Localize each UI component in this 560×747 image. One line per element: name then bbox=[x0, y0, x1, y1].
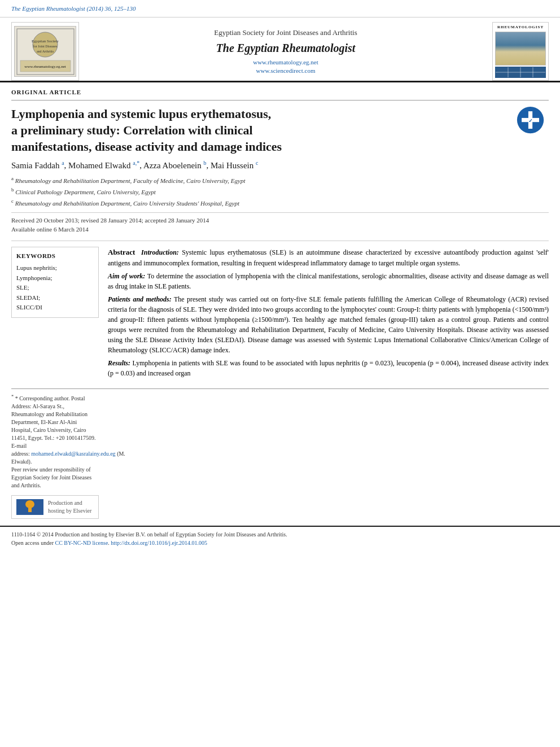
svg-text:✓: ✓ bbox=[528, 118, 532, 124]
svg-rect-19 bbox=[28, 508, 32, 512]
society-logo-image: Egyptian Society for Joint Diseases and … bbox=[14, 26, 76, 77]
affiliation-c: c Rheumatology and Rehabilitation Depart… bbox=[11, 198, 549, 208]
keyword-2: Lymphopenia; bbox=[16, 274, 94, 282]
rheumatologist-label: RHEUMATOLOGIST bbox=[497, 25, 544, 30]
journal-urls: www.rheumatology.eg.net www.sciencedirec… bbox=[86, 58, 485, 76]
footnote-left: * * Corresponding author. Postal Address… bbox=[11, 394, 99, 519]
right-column-abstract: Abstract Introduction: Systemic lupus er… bbox=[108, 247, 549, 382]
cc-license-link[interactable]: CC BY-NC-ND license bbox=[55, 540, 108, 546]
article-title: Lymphopenia and systemic lupus erythemat… bbox=[11, 106, 549, 155]
title-text: Lymphopenia and systemic lupus erythemat… bbox=[11, 107, 282, 153]
keyword-1: Lupus nephritis; bbox=[16, 264, 94, 272]
abstract-intro: Abstract Introduction: Systemic lupus er… bbox=[108, 247, 549, 268]
affiliation-a: a Rheumatology and Rehabilitation Depart… bbox=[11, 175, 549, 185]
keyword-3: SLE; bbox=[16, 283, 94, 292]
footnote-corresponding: * * Corresponding author. Postal Address… bbox=[11, 394, 99, 490]
elsevier-text: Production and hosting by Elsevier bbox=[48, 499, 94, 515]
elsevier-logo bbox=[16, 499, 43, 515]
footnote-section: * * Corresponding author. Postal Address… bbox=[11, 388, 549, 519]
abstract-body: Abstract Introduction: Systemic lupus er… bbox=[108, 247, 549, 378]
keywords-title: KEYWORDS bbox=[16, 252, 94, 260]
authors-line: Samia Faddah a, Mohamed Elwakd a,*, Azza… bbox=[11, 159, 549, 172]
copyright-line: 1110-1164 © 2014 Production and hosting … bbox=[11, 530, 549, 547]
svg-point-18 bbox=[25, 500, 34, 508]
svg-text:and Arthritis: and Arthritis bbox=[36, 50, 54, 53]
footnote-email[interactable]: mohamed.elwakd@kasralainy.edu.eg bbox=[31, 451, 115, 457]
journal-header: Egyptian Society for Joint Diseases and … bbox=[0, 18, 560, 82]
abstract-patients-methods: Patients and methods: The present study … bbox=[108, 294, 549, 355]
abstract-aim: Aim of work: To determine the associatio… bbox=[108, 271, 549, 291]
elsevier-box: Production and hosting by Elsevier bbox=[11, 495, 99, 519]
keyword-4: SLEDAI; bbox=[16, 294, 94, 302]
right-journal-image bbox=[495, 32, 546, 65]
abstract-results: Results: Lymphopenia in patients with SL… bbox=[108, 358, 549, 378]
received-dates: Received 20 October 2013; revised 28 Jan… bbox=[11, 212, 549, 234]
date-line1: Received 20 October 2013; revised 28 Jan… bbox=[11, 216, 549, 225]
affiliations: a Rheumatology and Rehabilitation Depart… bbox=[11, 175, 549, 208]
society-name: Egyptian Society for Joint Diseases and … bbox=[86, 28, 485, 38]
journal-title: The Egyptian Rheumatologist bbox=[86, 40, 485, 56]
article-type: ORIGINAL ARTICLE bbox=[11, 82, 549, 101]
left-column: KEYWORDS Lupus nephritis; Lymphopenia; S… bbox=[11, 247, 99, 382]
affiliation-b: b Clinical Pathology Department, Cairo U… bbox=[11, 186, 549, 196]
journal-ref-text: The Egyptian Rheumatologist (2014) 36, 1… bbox=[11, 5, 136, 12]
keywords-box: KEYWORDS Lupus nephritis; Lymphopenia; S… bbox=[11, 247, 99, 318]
journal-header-center: Egyptian Society for Joint Diseases and … bbox=[86, 22, 485, 81]
keyword-5: SLICC/DI bbox=[16, 303, 94, 312]
url2[interactable]: www.sciencedirect.com bbox=[86, 67, 485, 75]
date-line2: Available online 6 March 2014 bbox=[11, 225, 549, 234]
svg-text:www.rheumatology.eg.net: www.rheumatology.eg.net bbox=[24, 64, 66, 69]
main-content: ORIGINAL ARTICLE Lymphopenia and systemi… bbox=[0, 82, 560, 519]
journal-logo-right: RHEUMATOLOGIST bbox=[492, 22, 549, 81]
doi-link[interactable]: http://dx.doi.org/10.1016/j.ejr.2014.01.… bbox=[111, 540, 207, 546]
journal-reference: The Egyptian Rheumatologist (2014) 36, 1… bbox=[0, 0, 560, 18]
bottom-bar: 1110-1164 © 2014 Production and hosting … bbox=[0, 526, 560, 551]
journal-logo-left: Egyptian Society for Joint Diseases and … bbox=[11, 22, 79, 81]
right-table-graphic bbox=[495, 67, 546, 78]
crossmark-badge[interactable]: ✓ bbox=[512, 106, 549, 134]
svg-text:for Joint Diseases: for Joint Diseases bbox=[33, 45, 57, 48]
url1[interactable]: www.rheumatology.eg.net bbox=[86, 58, 485, 67]
two-column-layout: KEYWORDS Lupus nephritis; Lymphopenia; S… bbox=[11, 241, 549, 382]
svg-text:Egyptian Society: Egyptian Society bbox=[31, 39, 59, 43]
